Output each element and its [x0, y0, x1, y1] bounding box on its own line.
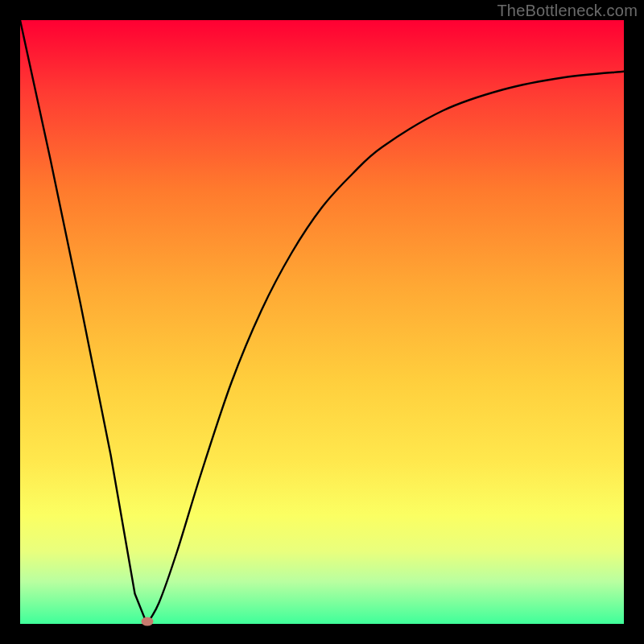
plot-area	[20, 20, 624, 624]
bottleneck-curve	[20, 20, 624, 624]
optimum-marker-icon	[141, 617, 153, 626]
watermark-text: TheBottleneck.com	[497, 2, 638, 20]
chart-frame: TheBottleneck.com	[0, 0, 644, 644]
